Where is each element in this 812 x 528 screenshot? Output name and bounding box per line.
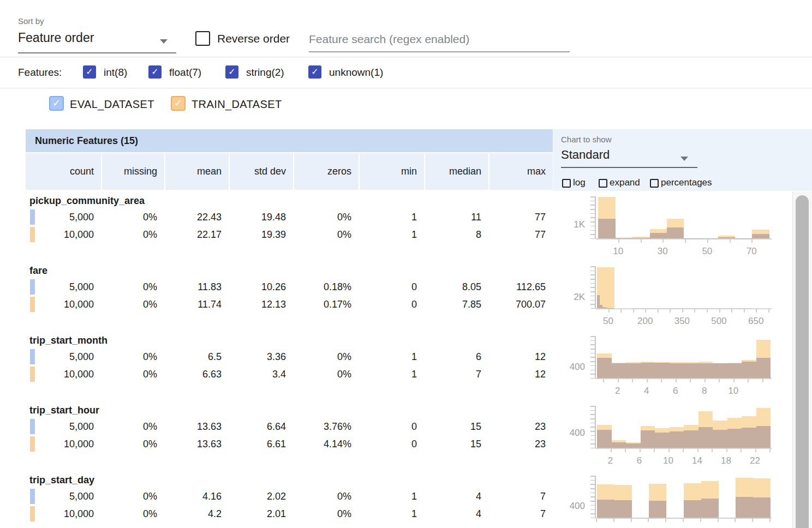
- x-axis-tick: [665, 519, 666, 522]
- feature-name: fare: [26, 262, 553, 278]
- column-header-zeros[interactable]: zeros: [293, 153, 359, 190]
- percentages-checkbox[interactable]: [650, 179, 659, 188]
- stat-cell: 5,000: [26, 418, 101, 435]
- eval-histogram-bar: [713, 363, 727, 378]
- eval-histogram-bar: [597, 500, 614, 518]
- x-axis-tick: [769, 449, 771, 452]
- stat-cell: 4.2: [164, 505, 229, 523]
- stat-cell: 1: [359, 488, 424, 505]
- table-title: Numeric Features (15): [26, 129, 553, 152]
- x-axis-tick: [697, 449, 698, 452]
- int-filter-checkbox[interactable]: ✓: [83, 65, 96, 79]
- histogram-trip_start_day: 400: [553, 471, 792, 528]
- x-axis-tick: [768, 309, 769, 313]
- vertical-scrollbar[interactable]: [792, 191, 812, 528]
- expand-checkbox[interactable]: [599, 179, 607, 188]
- chevron-down-icon[interactable]: [680, 157, 688, 161]
- chevron-down-icon[interactable]: [160, 39, 168, 44]
- stat-cell: 0%: [293, 226, 359, 243]
- eval-histogram-bar: [670, 363, 684, 378]
- stat-cell: 112.65: [488, 278, 553, 296]
- float-filter-checkbox[interactable]: ✓: [148, 65, 162, 79]
- stat-cell: 10,000: [26, 226, 101, 243]
- string-filter-checkbox[interactable]: ✓: [225, 65, 238, 79]
- eval-histogram-bar: [632, 238, 649, 238]
- eval-histogram-bar: [655, 433, 670, 448]
- column-header-min[interactable]: min: [359, 153, 424, 190]
- eval-swatch: [30, 279, 35, 295]
- stat-cell: 0%: [101, 365, 164, 383]
- eval-histogram-bar: [698, 427, 713, 448]
- reverse-order-checkbox[interactable]: [195, 31, 210, 46]
- log-checkbox[interactable]: [562, 179, 571, 188]
- column-header-mean[interactable]: mean: [164, 153, 229, 190]
- stat-cell: 23: [488, 435, 553, 453]
- stat-cell: 0%: [101, 208, 164, 226]
- column-header-missing[interactable]: missing: [101, 153, 164, 190]
- stat-cell: 10,000: [26, 505, 101, 523]
- feature-search-input[interactable]: Feature search (regex enabled): [309, 33, 469, 46]
- column-header-median[interactable]: median: [424, 153, 488, 190]
- stat-cell: 0%: [101, 488, 164, 505]
- histogram-pickup_community_area: 1K10305070: [553, 192, 792, 262]
- unknown-filter-checkbox[interactable]: ✓: [308, 65, 321, 79]
- stat-cell: 13.63: [164, 418, 229, 435]
- column-header-stddev[interactable]: std dev: [229, 153, 293, 190]
- stat-cell: 6.5: [164, 348, 229, 365]
- eval-histogram-bar: [753, 497, 771, 518]
- stat-cell: 0%: [101, 348, 164, 365]
- x-axis-tick: [618, 379, 619, 382]
- sort-by-dropdown[interactable]: Feature order: [18, 31, 94, 45]
- x-axis-tick: [718, 519, 719, 522]
- stat-cell: 7: [488, 488, 553, 505]
- scrollbar-thumb[interactable]: [796, 195, 809, 528]
- eval-dataset-checkbox[interactable]: ✓: [49, 96, 64, 111]
- stat-cell: 0%: [293, 365, 359, 383]
- stat-cell: 0%: [293, 208, 359, 226]
- stat-cell: 0%: [293, 505, 359, 523]
- eval-histogram-bar: [667, 227, 684, 238]
- chart-dropdown-underline: [561, 167, 697, 168]
- x-axis-tick-label: 500: [707, 316, 731, 327]
- train-swatch: [30, 297, 35, 312]
- train-stats-row: 10,000 0% 4.2 2.01 0% 1 4 7: [26, 505, 553, 523]
- x-axis-tick: [707, 239, 708, 243]
- x-axis-tick: [730, 239, 731, 243]
- eval-histogram-bar: [752, 234, 769, 238]
- x-axis-tick-label: 10: [606, 246, 630, 257]
- plot-area: [597, 336, 771, 378]
- x-axis-tick: [748, 379, 749, 382]
- x-axis-tick-label: 18: [714, 455, 738, 466]
- eval-histogram-bar: [655, 363, 670, 378]
- train-dataset-checkbox[interactable]: ✓: [171, 96, 186, 111]
- stat-cell: 0: [359, 435, 424, 453]
- feature-histograms: 1K103050702K5020035050065040024681040026…: [553, 192, 792, 528]
- y-axis-ruler: [590, 196, 596, 239]
- x-axis-tick: [755, 449, 756, 452]
- eval-stats-row: 5,000 0% 13.63 6.64 3.76% 0 15 23: [26, 418, 553, 435]
- eval-histogram-bar: [756, 358, 771, 378]
- eval-stats-row: 5,000 0% 6.5 3.36 0% 1 6 12: [26, 348, 553, 365]
- eval-histogram-bar: [736, 497, 753, 518]
- x-axis-line: [596, 448, 772, 449]
- expand-label: expand: [610, 177, 640, 188]
- train-stats-row: 10,000 0% 6.63 3.4 0% 1 7 12: [26, 365, 553, 383]
- x-axis-tick: [733, 379, 735, 382]
- eval-histogram-bar: [684, 363, 698, 378]
- stat-cell: 11: [424, 208, 488, 226]
- train-dataset-label: TRAIN_DATASET: [192, 98, 282, 111]
- column-header-count[interactable]: count: [26, 153, 101, 190]
- eval-dataset-label: EVAL_DATASET: [70, 98, 154, 111]
- int-filter-label: int(8): [104, 67, 127, 79]
- y-axis-label: 400: [553, 501, 585, 512]
- y-axis-ruler: [590, 336, 596, 379]
- features-filter-label: Features:: [18, 67, 62, 79]
- stat-cell: 15: [424, 435, 488, 453]
- feature-block: trip_start_day 5,000 0% 4.16 2.02 0% 1 4…: [26, 471, 553, 528]
- x-axis-tick: [661, 379, 662, 382]
- search-underline: [309, 51, 570, 52]
- chart-type-dropdown[interactable]: Standard: [561, 148, 610, 162]
- feature-block: trip_start_month 5,000 0% 6.5 3.36 0% 1 …: [26, 332, 553, 401]
- column-header-max[interactable]: max: [488, 153, 553, 190]
- x-axis-tick-label: 650: [744, 316, 768, 327]
